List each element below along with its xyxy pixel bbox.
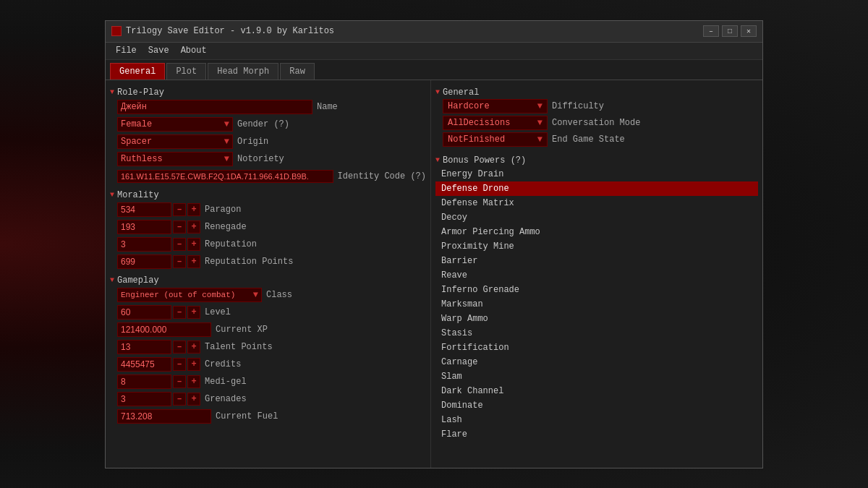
grenades-plus[interactable]: +: [187, 393, 200, 406]
bonus-power-item[interactable]: Energy Drain: [435, 167, 758, 181]
origin-arrow: ▼: [224, 137, 229, 147]
credits-plus[interactable]: +: [187, 358, 200, 371]
bonus-power-item[interactable]: Fortification: [435, 341, 758, 355]
bonus-power-item[interactable]: Reave: [435, 268, 758, 283]
grenades-minus[interactable]: –: [173, 393, 186, 406]
renegade-plus[interactable]: +: [187, 221, 200, 234]
credits-row: – + Credits: [117, 356, 426, 372]
maximize-button[interactable]: □: [722, 25, 738, 37]
difficulty-row: Hardcore ▼ Difficulty: [443, 99, 758, 114]
close-button[interactable]: ✕: [741, 25, 757, 37]
menu-save[interactable]: Save: [142, 44, 175, 57]
name-input[interactable]: [117, 100, 312, 114]
title-bar: Trilogy Save Editor - v1.9.0 by Karlitos…: [106, 21, 762, 43]
tab-general[interactable]: General: [110, 63, 165, 80]
bonus-power-item[interactable]: Defense Drone: [435, 181, 758, 196]
menu-bar: File Save About: [106, 43, 762, 60]
bonus-power-item[interactable]: Dominate: [435, 398, 758, 413]
end-game-arrow: ▼: [537, 134, 542, 145]
reputation-row: – + Reputation: [117, 236, 426, 252]
credits-minus[interactable]: –: [173, 358, 186, 371]
level-plus[interactable]: +: [187, 306, 200, 319]
level-input[interactable]: [117, 305, 171, 320]
bonus-powers-list: Energy DrainDefense DroneDefense MatrixD…: [435, 167, 758, 442]
tab-raw[interactable]: Raw: [280, 63, 315, 80]
bonus-power-item[interactable]: Inferno Grenade: [435, 283, 758, 297]
general-arrow: ▼: [435, 88, 440, 96]
grenades-input[interactable]: [117, 392, 171, 406]
medi-gel-input[interactable]: [117, 374, 171, 389]
medi-gel-minus[interactable]: –: [173, 375, 186, 388]
gender-label: Gender (?): [237, 119, 289, 129]
fuel-row: Current Fuel: [117, 408, 426, 424]
paragon-plus[interactable]: +: [187, 203, 200, 216]
bonus-power-item[interactable]: Warp Ammo: [435, 312, 758, 326]
notoriety-arrow: ▼: [224, 154, 229, 164]
notoriety-dropdown[interactable]: Ruthless ▼: [117, 152, 233, 166]
bonus-power-item[interactable]: Stasis: [435, 326, 758, 341]
name-row: Name: [117, 99, 426, 115]
talent-plus[interactable]: +: [187, 341, 200, 354]
end-game-dropdown[interactable]: NotFinished ▼: [443, 132, 548, 147]
medi-gel-plus[interactable]: +: [187, 375, 200, 388]
tab-plot[interactable]: Plot: [166, 63, 206, 80]
identity-input[interactable]: [117, 170, 333, 183]
bonus-power-item[interactable]: Defense Matrix: [435, 196, 758, 210]
conversation-dropdown[interactable]: AllDecisions ▼: [443, 116, 548, 130]
bonus-power-item[interactable]: Armor Piercing Ammo: [435, 225, 758, 239]
grenades-label: Grenades: [205, 394, 247, 404]
fuel-input[interactable]: [117, 409, 211, 424]
desktop: Trilogy Save Editor - v1.9.0 by Karlitos…: [0, 0, 868, 488]
bonus-power-item[interactable]: Decoy: [435, 210, 758, 225]
class-arrow: ▼: [253, 290, 258, 300]
difficulty-dropdown[interactable]: Hardcore ▼: [443, 99, 548, 114]
credits-input[interactable]: [117, 357, 171, 372]
rep-points-plus[interactable]: +: [187, 255, 200, 268]
conversation-label: Conversation Mode: [552, 118, 640, 128]
gender-dropdown[interactable]: Female ▼: [117, 117, 233, 132]
bonus-power-item[interactable]: Barrier: [435, 254, 758, 268]
minimize-button[interactable]: –: [703, 25, 719, 37]
morality-arrow: ▼: [110, 191, 114, 199]
difficulty-arrow: ▼: [537, 101, 542, 111]
identity-label: Identity Code (?): [338, 171, 426, 181]
talent-minus[interactable]: –: [173, 341, 186, 354]
credits-stepper: – +: [117, 357, 200, 372]
bonus-power-item[interactable]: Marksman: [435, 297, 758, 312]
right-panel: ▼ General Hardcore ▼ Difficulty AllDecis…: [431, 80, 762, 468]
bonus-power-item[interactable]: Dark Channel: [435, 384, 758, 398]
level-minus[interactable]: –: [173, 306, 186, 319]
origin-dropdown[interactable]: Spacer ▼: [117, 134, 233, 149]
bonus-power-item[interactable]: Carnage: [435, 355, 758, 369]
paragon-minus[interactable]: –: [173, 203, 186, 216]
reputation-input[interactable]: [117, 237, 171, 252]
class-label: Class: [266, 290, 292, 300]
rep-points-input[interactable]: [117, 254, 171, 269]
reputation-plus[interactable]: +: [187, 238, 200, 251]
bonus-power-item[interactable]: Slam: [435, 369, 758, 384]
paragon-input[interactable]: [117, 202, 171, 217]
renegade-stepper: – +: [117, 220, 200, 234]
renegade-minus[interactable]: –: [173, 221, 186, 234]
bonus-power-item[interactable]: Proximity Mine: [435, 239, 758, 254]
renegade-label: Renegade: [205, 222, 247, 232]
main-content: ▼ Role-Play Name Female ▼ Gender (?): [106, 80, 762, 468]
rep-points-minus[interactable]: –: [173, 255, 186, 268]
reputation-minus[interactable]: –: [173, 238, 186, 251]
general-label: General: [443, 87, 479, 98]
renegade-input[interactable]: [117, 220, 171, 234]
gender-row: Female ▼ Gender (?): [117, 116, 426, 132]
general-section: Hardcore ▼ Difficulty AllDecisions ▼ Con…: [443, 99, 758, 147]
app-window: Trilogy Save Editor - v1.9.0 by Karlitos…: [105, 20, 763, 468]
level-label: Level: [205, 307, 231, 317]
current-xp-input[interactable]: [117, 322, 211, 337]
end-game-row: NotFinished ▼ End Game State: [443, 132, 758, 147]
bonus-power-item[interactable]: Lash: [435, 413, 758, 427]
bonus-powers-header: ▼ Bonus Powers (?): [435, 153, 758, 167]
class-dropdown[interactable]: Engineer (out of combat) ▼: [117, 288, 262, 302]
menu-about[interactable]: About: [175, 44, 213, 57]
bonus-power-item[interactable]: Flare: [435, 427, 758, 442]
menu-file[interactable]: File: [110, 44, 142, 57]
tab-head-morph[interactable]: Head Morph: [208, 63, 278, 80]
talent-input[interactable]: [117, 340, 171, 354]
